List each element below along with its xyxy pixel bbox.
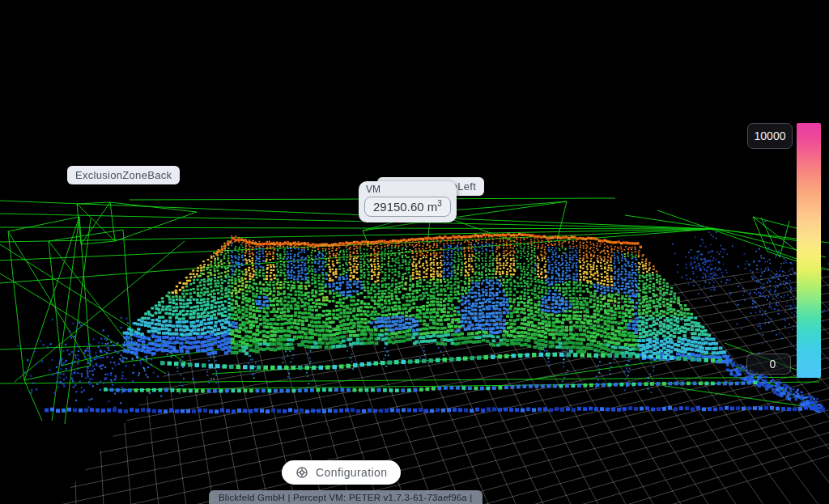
configuration-button-label: Configuration <box>316 466 387 479</box>
percept-3d-view: ExclusionZoneBack ExclusionZoneLeft Excl… <box>0 0 829 504</box>
exclusion-zone-back-label: ExclusionZoneBack <box>67 166 180 184</box>
volume-measurement-tooltip: VM 29150.60 m3 <box>359 181 457 222</box>
pointcloud-3d-canvas[interactable] <box>0 0 829 504</box>
vm-tooltip-title: VM <box>366 184 451 195</box>
gear-icon <box>295 466 308 479</box>
colorbar-max-value: 10000 <box>747 123 793 149</box>
app-version-footer: Blickfeld GmbH | Percept VM: PETER v1.7.… <box>209 490 483 504</box>
colorbar-min-value: 0 <box>746 354 791 375</box>
vm-volume-value: 29150.60 m3 <box>364 197 451 217</box>
height-colorbar-gradient <box>797 123 821 378</box>
configuration-button[interactable]: Configuration <box>282 460 401 485</box>
